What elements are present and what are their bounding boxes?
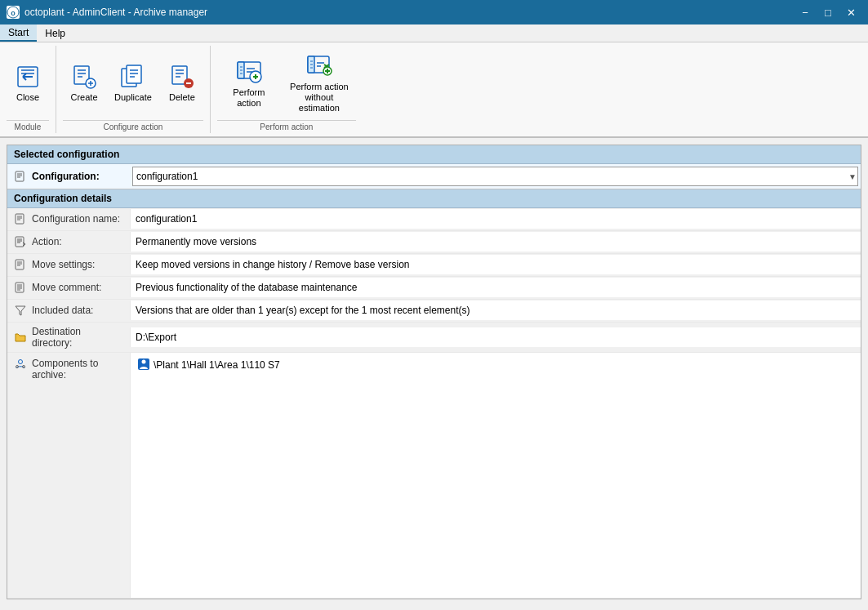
- ribbon-group-perform-label: Perform action: [217, 120, 356, 133]
- action-label: Action:: [7, 232, 130, 252]
- config-field-label: Configuration:: [32, 171, 100, 182]
- maximize-button[interactable]: □: [817, 4, 839, 20]
- move-comment-value: Previous functionality of the database m…: [130, 278, 861, 297]
- move-comment-label: Move comment:: [7, 278, 130, 297]
- config-label: Configuration:: [7, 167, 130, 186]
- action-row: Action: Permanently move versions: [7, 231, 861, 254]
- app-icon: o: [7, 6, 20, 19]
- config-details-header: Configuration details: [7, 189, 861, 208]
- perform-action-button[interactable]: Perform action: [217, 49, 281, 118]
- config-dropdown-wrapper[interactable]: configuration1configuration2 ▼: [132, 167, 858, 186]
- list-item: \Plant 1\Hall 1\Area 1\110 S7: [134, 356, 857, 375]
- duplicate-button-label: Duplicate: [114, 92, 152, 103]
- svg-rect-16: [16, 214, 24, 224]
- components-row: Components to archive: \Plant 1\Hall 1\A…: [7, 353, 861, 599]
- components-field-label: Components to archive:: [32, 358, 123, 381]
- create-button[interactable]: Create: [63, 49, 105, 118]
- selected-config-header: Selected configuration: [7, 145, 861, 164]
- config-name-row: Configuration name: configuration1: [7, 208, 861, 231]
- create-icon: [71, 64, 97, 90]
- folder-icon: [14, 331, 27, 344]
- move-settings-label: Move settings:: [7, 255, 130, 274]
- svg-point-24: [142, 359, 146, 363]
- menu-start[interactable]: Start: [0, 24, 37, 42]
- main-content: Selected configuration Configuration: co…: [7, 145, 861, 599]
- action-value: Permanently move versions: [130, 232, 861, 252]
- destination-dir-value: D:\Export: [130, 327, 861, 347]
- svg-rect-15: [16, 171, 24, 181]
- config-name-label: Configuration name:: [7, 209, 130, 229]
- close-window-button[interactable]: ✕: [840, 4, 861, 20]
- ribbon-group-perform: Perform action Perform action without es…: [211, 46, 363, 133]
- title-text: octoplant - AdminClient - Archive manage…: [24, 7, 207, 18]
- config-dropdown[interactable]: configuration1configuration2: [132, 167, 858, 186]
- svg-rect-17: [16, 237, 24, 247]
- svg-text:o: o: [11, 9, 16, 17]
- perform-action-label: Perform action: [225, 87, 274, 109]
- ribbon: Close Module Create: [0, 42, 868, 138]
- config-select-row: Configuration: configuration1configurati…: [7, 164, 861, 189]
- included-data-field-label: Included data:: [32, 305, 93, 316]
- close-button[interactable]: Close: [7, 49, 49, 118]
- minimize-button[interactable]: −: [795, 4, 816, 20]
- create-button-label: Create: [70, 92, 97, 103]
- config-name-value: configuration1: [130, 209, 861, 229]
- move-settings-icon: [14, 258, 27, 271]
- component-tree-icon: [137, 358, 150, 373]
- included-data-label: Included data:: [7, 301, 130, 320]
- duplicate-button[interactable]: Duplicate: [107, 49, 159, 118]
- component-path: \Plant 1\Hall 1\Area 1\110 S7: [154, 359, 280, 371]
- close-icon: [15, 64, 41, 90]
- components-area: \Plant 1\Hall 1\Area 1\110 S7: [130, 353, 861, 598]
- action-icon: [14, 235, 27, 248]
- svg-rect-6: [127, 65, 141, 83]
- menu-bar: Start Help: [0, 24, 868, 42]
- svg-rect-18: [16, 260, 24, 269]
- close-button-label: Close: [16, 92, 39, 103]
- action-field-label: Action:: [32, 236, 62, 247]
- ribbon-group-configure: Create Duplicate: [56, 46, 211, 133]
- window-controls: − □ ✕: [795, 4, 861, 20]
- destination-dir-field-label: Destination directory:: [32, 326, 123, 349]
- ribbon-group-module-label: Module: [7, 120, 49, 133]
- destination-dir-row: Destination directory: D:\Export: [7, 323, 861, 353]
- duplicate-icon: [120, 64, 146, 90]
- title-bar: o octoplant - AdminClient - Archive mana…: [0, 0, 868, 24]
- move-settings-row: Move settings: Keep moved versions in ch…: [7, 254, 861, 277]
- perform-no-estimate-icon: [306, 53, 332, 79]
- svg-point-20: [19, 359, 23, 363]
- delete-button[interactable]: Delete: [161, 49, 203, 118]
- ribbon-group-configure-label: Configure action: [63, 120, 203, 133]
- perform-no-estimate-button[interactable]: Perform action without estimation: [283, 49, 356, 118]
- included-data-value: Versions that are older than 1 year(s) e…: [130, 301, 861, 320]
- included-data-row: Included data: Versions that are older t…: [7, 300, 861, 323]
- components-icon: [14, 358, 27, 371]
- config-name-field-label: Configuration name:: [32, 213, 120, 225]
- included-data-filter-icon: [14, 304, 27, 317]
- config-label-icon: [14, 170, 27, 183]
- delete-icon: [169, 64, 195, 90]
- ribbon-group-module: Close Module: [0, 46, 56, 133]
- perform-action-icon: [236, 59, 262, 85]
- move-settings-value: Keep moved versions in change history / …: [130, 255, 861, 274]
- components-label: Components to archive:: [7, 353, 130, 384]
- move-settings-field-label: Move settings:: [32, 259, 95, 270]
- move-comment-icon: [14, 281, 27, 294]
- svg-rect-19: [16, 283, 24, 292]
- config-name-icon: [14, 212, 27, 225]
- menu-help[interactable]: Help: [37, 24, 73, 42]
- perform-no-estimate-label: Perform action without estimation: [290, 82, 349, 114]
- destination-dir-label: Destination directory:: [7, 323, 130, 352]
- move-comment-row: Move comment: Previous functionality of …: [7, 277, 861, 300]
- delete-button-label: Delete: [169, 92, 195, 103]
- move-comment-field-label: Move comment:: [32, 282, 101, 293]
